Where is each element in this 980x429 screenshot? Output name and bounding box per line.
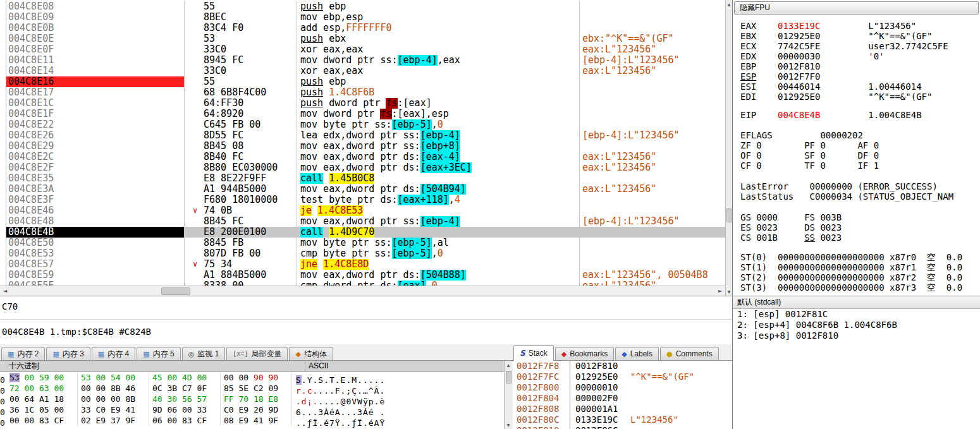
scroll-right-icon[interactable]: ► xyxy=(715,287,725,296)
register-row[interactable]: ST(1) 00000000000000000000 x87r1 空 0.0 xyxy=(740,262,980,272)
tab-label: 结构体 xyxy=(304,349,327,360)
register-row[interactable]: ESI 00446014 1.00446014 xyxy=(740,82,980,92)
scroll-up-icon[interactable]: ▲ xyxy=(726,0,732,8)
stack-row[interactable]: 0012F7FC012925E0"^K"==&"(GF" xyxy=(513,372,732,382)
register-row[interactable]: LastStatus C0000034 (STATUS_OBJECT_NAM xyxy=(740,191,980,202)
tab-labels[interactable]: ◆Labels xyxy=(615,347,659,360)
hide-fpu-button[interactable]: 隐藏FPU xyxy=(734,1,979,15)
disasm-row[interactable]: 004C8E098BECmov ebp,esp xyxy=(6,12,725,23)
registers-list: EAX 0133E19C L"123456"EBX 012925E0 "^K"=… xyxy=(733,16,980,293)
disasm-row[interactable]: 004C8E118945 FCmov dword ptr ss:[ebp-4],… xyxy=(6,55,725,66)
disasm-row[interactable]: 004C8E2C8B40 FCmov eax,dword ptr ds:[eax… xyxy=(6,152,725,162)
tab-label: Labels xyxy=(630,349,652,358)
tab-locals[interactable]: [x=]局部变量 xyxy=(226,347,288,360)
disasm-row[interactable]: 004C8E1F64:8920mov dword ptr fs:[eax],es… xyxy=(6,109,725,119)
register-row[interactable]: ST(0) 00000000000000000000 x87r0 空 0.0 xyxy=(740,252,980,262)
disasm-row[interactable]: 004C8E298B45 08mov eax,dword ptr ss:[ebp… xyxy=(6,141,725,152)
dump-row[interactable]: 053 00 59 0053 00 54 0045 00 4D 0000 00 … xyxy=(0,372,504,383)
hex-dump-panel[interactable]: 十六进制 ASCII 053 00 59 0053 00 54 0045 00 … xyxy=(0,361,504,429)
disasm-row[interactable]: 004C8E1433C0xor eax,eaxeax:L"123456" xyxy=(6,66,725,76)
disasm-row[interactable]: 004C8E3FF680 18010000test byte ptr ds:[e… xyxy=(6,195,725,205)
stack-panel[interactable]: 0012F7F80012F8100012F7FC012925E0"^K"==&"… xyxy=(513,361,732,429)
disasm-row[interactable]: 004C8E53807D FB 00cmp byte ptr ss:[ebp-5… xyxy=(6,248,725,259)
register-row[interactable]: CS 001B SS 0023 xyxy=(740,233,980,243)
tab-watch-1[interactable]: ◎监视 1 xyxy=(182,347,226,360)
disasm-row[interactable]: 004C8E3AA1 944B5000mov eax,dword ptr ds:… xyxy=(6,184,725,195)
tab-label: Comments xyxy=(676,349,713,358)
disasm-vscroll-thumb[interactable] xyxy=(726,208,732,222)
disasm-row[interactable]: 004C8E5F8338 00cmp dword ptr ds:[eax],0e… xyxy=(6,281,725,286)
stack-row[interactable]: 0012F808000001A1 xyxy=(513,404,732,414)
disasm-hscroll-thumb[interactable] xyxy=(161,287,190,295)
register-row[interactable]: CF 0 TF 0 IF 1 xyxy=(740,160,980,171)
disasm-row[interactable]: 004C8E508845 FBmov byte ptr ss:[ebp-5],a… xyxy=(6,238,725,248)
disasm-row[interactable]: 004C8E46∨74 0Bje 1.4C8E53 xyxy=(6,205,725,216)
argument-row[interactable]: 2: [esp+4] 004C8F6B 1.004C8F6B xyxy=(733,320,980,330)
disasm-horizontal-scrollbar[interactable]: ◄ ► xyxy=(0,286,725,296)
dump-vscroll-thumb[interactable] xyxy=(506,371,511,384)
calling-convention-selector[interactable]: 默认 (stdcall) xyxy=(733,296,980,309)
disasm-row[interactable]: 004C8E0B83C4 F0add esp,FFFFFFF0 xyxy=(6,23,725,33)
argument-row[interactable]: 1: [esp] 0012F81C xyxy=(733,309,980,320)
dump-vertical-scrollbar[interactable]: ▲ ▼ xyxy=(504,361,512,429)
dump-scroll-down-icon[interactable]: ▼ xyxy=(505,421,512,429)
disasm-row[interactable]: 004C8E1768 6B8F4C00push 1.4C8F6B xyxy=(6,87,725,98)
dump-scroll-up-icon[interactable]: ▲ xyxy=(505,361,512,369)
memory-icon: ▦ xyxy=(98,351,104,358)
tab-comments[interactable]: ●Comments xyxy=(660,347,719,360)
disasm-row[interactable]: 004C8E1C64:FF30push dword ptr fs:[eax] xyxy=(6,98,725,109)
register-row[interactable]: GS 0000 FS 003B xyxy=(740,212,980,222)
stack-row[interactable]: 0012F80000000010 xyxy=(513,382,732,393)
stack-row[interactable]: 0012F80C0133E19CL"123456" xyxy=(513,414,732,425)
register-row[interactable]: ST(3) 00000000000000000000 x87r3 空 0.0 xyxy=(740,282,980,293)
disasm-row[interactable]: 004C8E22C645 FB 00mov byte ptr ss:[ebp-5… xyxy=(6,119,725,130)
register-row[interactable]: ECX 7742C5FE user32.7742C5FE xyxy=(740,41,980,51)
register-row[interactable]: EDX 00000030 '0' xyxy=(740,51,980,61)
disasm-row[interactable]: 004C8E0E53push ebxebx:"^K"==&"(GF" xyxy=(6,33,725,44)
register-row[interactable]: EFLAGS 00000202 xyxy=(740,130,980,140)
tab-memory-2[interactable]: ▦内存 2 xyxy=(1,347,45,360)
disasm-row[interactable]: 004C8E57∨75 34jne 1.4C8E8D xyxy=(6,259,725,270)
register-row[interactable]: ES 0023 DS 0023 xyxy=(740,222,980,233)
register-row[interactable]: EDI 012925E0 "^K"==&"(GF" xyxy=(740,92,980,102)
scroll-down-icon[interactable]: ▼ xyxy=(726,287,732,296)
disasm-vertical-scrollbar[interactable]: ▲ ▼ xyxy=(725,0,732,296)
stack-row[interactable]: 0012F7F80012F810 xyxy=(513,361,732,372)
dump-row[interactable]: 036 1C 05 0033 C0 E9 419D 06 00 33C0 E9 … xyxy=(0,404,504,415)
dump-row[interactable]: 000 64 A1 1800 00 00 8B40 30 56 57FF 70 … xyxy=(0,394,504,404)
tab-memory-4[interactable]: ▦内存 4 xyxy=(92,347,135,360)
stack-row[interactable]: 0012F804000002F0 xyxy=(513,393,732,404)
disasm-row[interactable]: 004C8E488B45 FCmov eax,dword ptr ss:[ebp… xyxy=(6,216,725,227)
disasm-row[interactable]: 004C8E0855push ebp xyxy=(6,1,725,12)
disasm-row[interactable]: 004C8E268D55 FClea edx,dword ptr ss:[ebp… xyxy=(6,130,725,141)
register-row[interactable]: ESP 0012F7F0 xyxy=(740,71,980,82)
disasm-row[interactable]: 004C8E2F8B80 EC030000mov eax,dword ptr d… xyxy=(6,162,725,173)
disasm-row[interactable]: 004C8E1655push ebp xyxy=(6,76,725,87)
register-row[interactable]: LastError 00000000 (ERROR_SUCCESS) xyxy=(740,181,980,191)
register-row[interactable]: OF 0 SF 0 DF 0 xyxy=(740,150,980,160)
tab-stack[interactable]: SStack xyxy=(513,345,554,361)
comments-icon: ● xyxy=(666,351,673,358)
tab-memory-3[interactable]: ▦内存 3 xyxy=(46,347,90,360)
disasm-row[interactable]: 004C8E35E8 8E22F9FFcall 1.45B0C8 xyxy=(6,173,725,184)
memory-icon: ▦ xyxy=(52,351,59,358)
tab-bookmarks[interactable]: ◆Bookmarks xyxy=(555,347,615,360)
register-row[interactable]: EBP 0012F810 xyxy=(740,61,980,71)
tab-struct[interactable]: ◆结构体 xyxy=(289,347,333,360)
disasm-row[interactable]: 004C8E59A1 884B5000mov eax,dword ptr ds:… xyxy=(6,270,725,281)
stack-icon: S xyxy=(520,349,525,357)
argument-row[interactable]: 3: [esp+8] 0012F810 xyxy=(733,330,980,341)
register-row[interactable]: ZF 0 PF 0 AF 0 xyxy=(740,140,980,150)
scroll-left-icon[interactable]: ◄ xyxy=(0,287,10,296)
register-row[interactable]: EIP 004C8E4B 1.004C8E4B xyxy=(740,110,980,120)
register-row[interactable]: EBX 012925E0 "^K"==&"(GF" xyxy=(740,31,980,41)
register-row[interactable]: EAX 0133E19C L"123456" xyxy=(740,21,980,31)
disasm-row[interactable]: 004C8E0F33C0xor eax,eaxeax:L"123456" xyxy=(6,44,725,55)
stack-row[interactable]: 0012F8100012F86C xyxy=(513,425,732,429)
disasm-row[interactable]: 004C8E4BE8 200E0100call 1.4D9C70 xyxy=(6,227,725,238)
register-row[interactable]: ST(2) 00000000000000000000 x87r2 空 0.0 xyxy=(740,272,980,282)
disassembly-view[interactable]: 004C8E0855push ebp004C8E098BECmov ebp,es… xyxy=(6,0,725,286)
dump-row[interactable]: 000 00 83 CF02 E9 37 9F06 00 83 CF08 E9 … xyxy=(0,415,504,426)
dump-row[interactable]: 072 00 63 0000 00 8B 460C 3B C7 0F85 5E … xyxy=(0,383,504,394)
tab-memory-5[interactable]: ▦内存 5 xyxy=(137,347,180,360)
